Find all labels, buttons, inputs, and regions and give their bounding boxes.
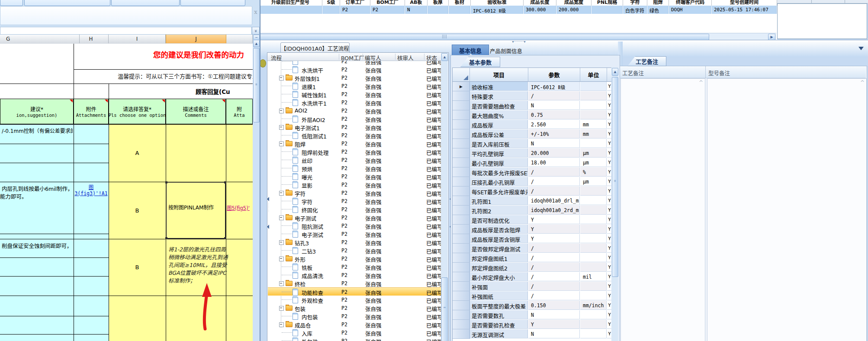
- param-value-cell[interactable]: /: [528, 167, 580, 177]
- grid-column-header[interactable]: 订单工厂: [340, 0, 370, 6]
- params-row[interactable]: 平均孔壁铜厚20.000μmY: [453, 148, 612, 158]
- param-item-cell[interactable]: 验收标准: [470, 82, 528, 91]
- grid-cell[interactable]: P2: [370, 6, 405, 14]
- tree-row[interactable]: 水洗烘干P2张自强已编写: [268, 65, 441, 74]
- params-row[interactable]: 最小孔壁铜厚18.00μmY: [453, 158, 612, 167]
- row-selector-cell[interactable]: [453, 158, 470, 167]
- tree-expand-icon[interactable]: [279, 257, 284, 261]
- tree-row[interactable]: 丝印P2张自强已编写: [268, 156, 441, 164]
- params-column-header[interactable]: 项目: [470, 68, 528, 82]
- tree-expand-icon[interactable]: [279, 109, 284, 113]
- row-selector-cell[interactable]: [453, 263, 470, 272]
- tree-vscrollbar[interactable]: ▲≡: [441, 53, 448, 341]
- summary-grid-hscrollbar[interactable]: ▶: [259, 33, 776, 40]
- suggestion-cell[interactable]: 内层孔到线按最小6mil制作，: [2, 184, 73, 193]
- grid-column-header[interactable]: PNL规格: [592, 0, 623, 6]
- param-value-cell[interactable]: /: [528, 244, 580, 253]
- tree-scroll-thumb[interactable]: ≡: [441, 277, 448, 341]
- green-header-cell[interactable]: 建议*ion,suggestion): [0, 99, 74, 124]
- grid-column-header[interactable]: 升级前旧生产型号: [259, 0, 322, 6]
- tree-row[interactable]: 外观检查P2张自强已编写: [268, 296, 441, 304]
- row-selector-cell[interactable]: [453, 167, 470, 177]
- grid-cell[interactable]: DOQH: [669, 6, 711, 14]
- grid-cell[interactable]: N: [405, 6, 427, 14]
- param-item-cell[interactable]: 补强面: [470, 282, 528, 291]
- param-value-cell[interactable]: Y: [528, 320, 580, 329]
- grid-column-header[interactable]: 阻焊: [647, 0, 669, 6]
- param-value-cell[interactable]: /: [528, 253, 580, 262]
- tree-row[interactable]: 成品仓P2张自强已编写: [268, 320, 441, 328]
- row-selector-cell[interactable]: [453, 177, 470, 187]
- param-value-cell[interactable]: 0.150: [528, 301, 580, 310]
- row-selector-cell[interactable]: [453, 120, 470, 129]
- row-selector-cell[interactable]: [453, 91, 470, 101]
- row-selector-cell[interactable]: ▶: [453, 82, 470, 91]
- param-item-cell[interactable]: 特殊要求: [470, 91, 528, 100]
- params-row[interactable]: 是否需要数孔NY: [453, 310, 612, 320]
- grid-column-header[interactable]: 成品长度: [524, 0, 556, 6]
- row-selector-cell[interactable]: [453, 253, 470, 263]
- tree-row[interactable]: 字符P2张自强已编写: [268, 197, 441, 205]
- param-item-cell[interactable]: 最小孔壁铜厚: [470, 158, 528, 167]
- grid-cell[interactable]: 白色字符: [623, 6, 647, 14]
- row-selector-cell[interactable]: [453, 272, 470, 282]
- params-row[interactable]: 是否做邦定焊盘测试/Y: [453, 244, 612, 253]
- grid-column-header[interactable]: AB板: [405, 0, 428, 6]
- param-value-cell[interactable]: /: [528, 291, 580, 300]
- param-item-cell[interactable]: 成品板厚是否含铜厚: [470, 234, 528, 243]
- grid-cell[interactable]: P2: [340, 6, 370, 14]
- tree-row[interactable]: 退膜1P2张自强已编写: [268, 82, 441, 90]
- tree-row[interactable]: 字符P2张自强已编写: [268, 189, 441, 197]
- params-row[interactable]: 是否入库前压板NY: [453, 139, 612, 148]
- param-value-cell[interactable]: N: [528, 329, 580, 338]
- row-selector-cell[interactable]: [453, 206, 470, 215]
- tree-header-label[interactable]: BOM工厂: [341, 54, 364, 62]
- params-row[interactable]: 是否需要翘曲检查NY: [453, 101, 612, 110]
- tree-row[interactable]: 水洗烘干1P2张自强已编写: [268, 98, 441, 106]
- tree-row[interactable]: 阻焊前处理P2张自强已编写: [268, 148, 441, 156]
- tab-product-section-info[interactable]: 产品剖面信息: [490, 46, 538, 55]
- answer-cell[interactable]: B: [109, 239, 166, 296]
- params-row[interactable]: 孔符图2idoqh001a0_2rd_m...Y: [453, 206, 612, 215]
- params-row[interactable]: 成品板厚公差+/-10%mmY: [453, 129, 612, 139]
- tree-row[interactable]: 二钻3P2张自强已编写: [268, 246, 441, 254]
- params-row[interactable]: 成品板厚2.560mmY: [453, 120, 612, 129]
- left-splitter[interactable]: ·······: [266, 197, 270, 229]
- param-item-cell[interactable]: 是否可制造优化: [470, 215, 528, 224]
- tab-process-notes[interactable]: 工艺备注: [627, 56, 666, 66]
- chevron-double-down-icon[interactable]: »: [252, 27, 260, 35]
- param-item-cell[interactable]: 板面平整度的最大极差: [470, 301, 528, 310]
- band-collapse-handle[interactable]: ▾·········▾: [504, 40, 534, 44]
- grid-column-header[interactable]: 板厚: [428, 0, 449, 6]
- tab-basic-info[interactable]: 基本信息: [452, 45, 489, 56]
- grid-cell[interactable]: [449, 6, 470, 14]
- grid-cell[interactable]: [592, 6, 623, 14]
- tree-expand-icon[interactable]: [279, 306, 284, 311]
- params-row[interactable]: 是否需要验孔检查YY: [453, 320, 612, 329]
- grid-column-header[interactable]: 成品宽度: [556, 0, 592, 6]
- tree-header-label[interactable]: 核审人: [397, 54, 414, 62]
- param-value-cell[interactable]: /: [528, 263, 580, 272]
- collapse-down-icon[interactable]: [858, 47, 864, 50]
- param-item-cell[interactable]: 是否需要数孔: [470, 310, 528, 319]
- param-value-cell[interactable]: idoqh001a0_2rd_m...: [528, 206, 580, 215]
- excel-vscrollbar[interactable]: − ▲ ≡: [253, 35, 260, 341]
- row-selector-cell[interactable]: [453, 310, 470, 320]
- param-item-cell[interactable]: 成品板厚是否含阻焊: [470, 225, 528, 234]
- param-item-cell[interactable]: 是否需要验孔检查: [470, 320, 528, 329]
- param-value-cell[interactable]: 20.000: [528, 148, 580, 158]
- grid-column-header[interactable]: 验收标准: [471, 0, 524, 6]
- param-value-cell[interactable]: Y: [528, 215, 580, 224]
- param-value-cell[interactable]: IPC-6012 Ⅱ级: [528, 82, 580, 91]
- tree-expand-icon[interactable]: [279, 216, 284, 220]
- tree-row[interactable]: 阻抗测试P2张自强已编写: [268, 222, 441, 230]
- tree-expand-icon[interactable]: [279, 142, 284, 146]
- param-value-cell[interactable]: N: [528, 139, 580, 148]
- hscroll-right-button[interactable]: ▶: [768, 34, 775, 40]
- params-row[interactable]: 特殊要求/Y: [453, 91, 612, 101]
- grid-cell[interactable]: 200.000: [556, 6, 591, 14]
- suggestion-cell[interactable]: /-0.1mm控制（有偏公差要求的: [2, 127, 73, 134]
- tree-row[interactable]: 外层蚀刻1P2张自强已编写: [268, 74, 441, 82]
- tree-expand-icon[interactable]: [279, 240, 284, 245]
- tree-row[interactable]: 包装P2张自强已编写: [268, 304, 441, 312]
